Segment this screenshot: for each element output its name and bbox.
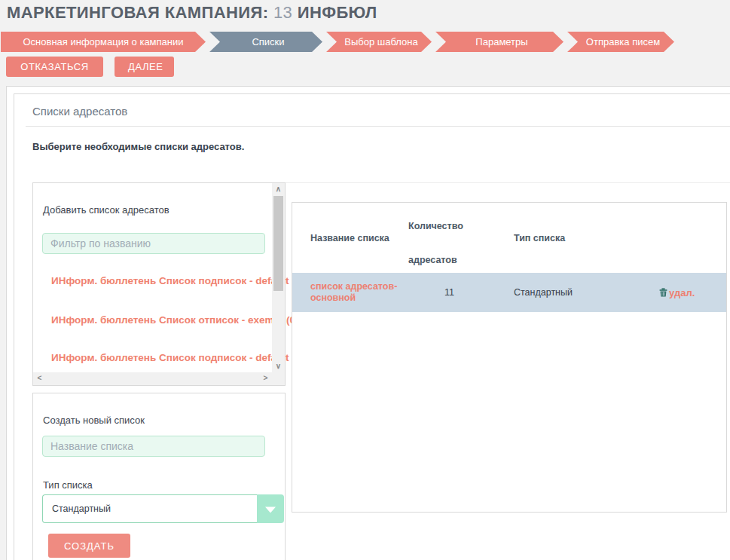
content-panel: Списки адресатов Выберите необходимые сп… [6, 86, 730, 560]
scrollbar-thumb[interactable] [273, 196, 283, 291]
delete-link[interactable]: удал. [669, 287, 695, 298]
column-header-count: Количество адресатов [408, 203, 514, 273]
column-header-type: Тип списка [514, 233, 649, 243]
wizard-step-campaign-info[interactable]: Основная информация о кампании [1, 32, 206, 52]
list-item[interactable]: ИНформ. бюллетень Список отписок - exemp… [51, 314, 299, 326]
row-type-cell: Стандартный [514, 287, 649, 298]
vertical-scrollbar[interactable]: ∧ ∨ [272, 183, 285, 372]
breadcrumb: Основная информация о кампании Списки ад… [1, 32, 678, 52]
campaign-number: 13 [273, 3, 292, 22]
table-header-row: Название списка Количество адресатов Тип… [292, 203, 726, 273]
column-header-actions [649, 203, 726, 273]
trash-icon[interactable] [659, 288, 667, 297]
scroll-right-icon[interactable]: > [259, 372, 272, 384]
instruction-text: Выберите необходимые списки адресатов. [32, 141, 244, 152]
column-header-count-text: Количество адресатов [408, 210, 478, 277]
wizard-step-mailing-params[interactable]: Параметры рассылки [435, 32, 564, 52]
available-lists-box: Добавить список адресатов ИНформ. бюллет… [32, 182, 286, 386]
row-count-cell: 11 [408, 287, 514, 298]
scroll-up-icon[interactable]: ∧ [272, 183, 285, 195]
row-name-cell: список адресатов-основной [310, 281, 408, 304]
card-title: Списки адресатов [32, 105, 127, 118]
wizard-step-recipient-lists[interactable]: Списки адресатов [209, 32, 322, 52]
create-list-box: Создать новый список Тип списка Стандарт… [32, 393, 286, 560]
page-title-prefix: МАРКЕТИНГОВАЯ КАМПАНИЯ: [7, 3, 268, 22]
list-type-label: Тип списка [43, 479, 93, 491]
wizard-step-send[interactable]: Отправка писем [567, 32, 674, 52]
list-item[interactable]: ИНформ. бюллетень Список подписок - defa… [51, 352, 304, 363]
scroll-down-icon[interactable]: ∨ [272, 360, 285, 372]
list-type-select[interactable]: Стандартный [42, 494, 284, 523]
next-button[interactable]: ДАЛЕЕ [115, 57, 174, 77]
create-list-title: Создать новый список [43, 415, 145, 426]
page-title: МАРКЕТИНГОВАЯ КАМПАНИЯ: 13 ИНФБЮЛ [7, 3, 377, 23]
recipient-lists-card: Списки адресатов Выберите необходимые сп… [14, 93, 730, 560]
column-header-name: Название списка [310, 233, 408, 243]
list-item[interactable]: ИНформ. бюллетень Список подписок - defa… [51, 275, 304, 286]
selected-list-link[interactable]: список адресатов-основной [310, 281, 397, 303]
filter-input[interactable] [42, 233, 265, 254]
selected-lists-table: Название списка Количество адресатов Тип… [292, 202, 727, 513]
wizard-step-template[interactable]: Выбор шаблона [326, 32, 432, 52]
available-lists-title: Добавить список адресатов [43, 204, 170, 216]
scroll-left-icon[interactable]: < [33, 372, 46, 384]
cancel-button[interactable]: ОТКАЗАТЬСЯ [6, 57, 103, 77]
create-button[interactable]: СОЗДАТЬ [48, 534, 130, 558]
table-row: список адресатов-основной 11 Стандартный… [292, 273, 726, 312]
list-type-selected-value[interactable]: Стандартный [42, 494, 257, 523]
action-bar: ОТКАЗАТЬСЯ ДАЛЕЕ [6, 57, 174, 77]
list-name-input[interactable] [42, 436, 265, 457]
horizontal-scrollbar[interactable]: < > [33, 372, 285, 385]
row-actions-cell: удал. [649, 287, 726, 298]
chevron-down-icon[interactable] [257, 494, 284, 523]
divider [26, 126, 730, 127]
campaign-name: ИНФБЮЛ [298, 3, 377, 22]
